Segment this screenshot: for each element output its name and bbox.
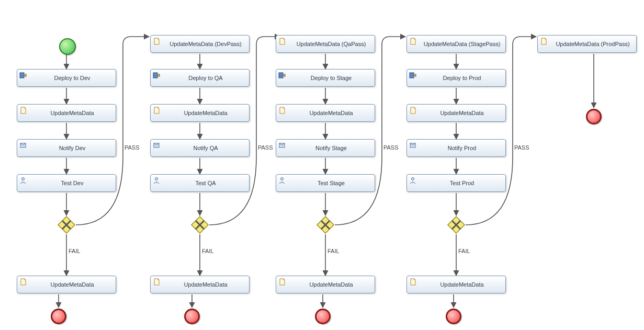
notify-icon <box>19 142 27 149</box>
edge-label-fail: FAIL <box>458 248 470 254</box>
svg-point-2 <box>22 178 25 180</box>
task-label: UpdateMetaData <box>309 281 353 288</box>
edge-label-pass: PASS <box>125 144 140 151</box>
task-notify-stage[interactable]: Notify Stage <box>276 139 375 157</box>
gateway-prod[interactable] <box>447 215 466 234</box>
gateway-qa[interactable] <box>190 215 209 234</box>
gateway-stage[interactable] <box>316 215 335 234</box>
deploy-icon <box>409 72 416 79</box>
task-test-qa[interactable]: Test QA <box>150 174 250 192</box>
end-event-stage-fail[interactable] <box>315 309 331 324</box>
task-label: Deploy to QA <box>188 75 222 81</box>
task-label: Notify QA <box>193 145 218 151</box>
task-updatemeta-qa[interactable]: UpdateMetaData <box>150 104 250 122</box>
task-updatemeta-stage-fail[interactable]: UpdateMetaData <box>276 276 375 293</box>
task-label: UpdateMetaData <box>440 281 483 288</box>
task-updatemeta-stagepass[interactable]: UpdateMetaData (StagePass) <box>406 35 506 53</box>
task-deploy-qa[interactable]: Deploy to QA <box>150 69 250 87</box>
script-icon <box>153 278 160 286</box>
task-updatemeta-prod[interactable]: UpdateMetaData <box>406 104 506 122</box>
task-test-prod[interactable]: Test Prod <box>406 174 506 192</box>
user-icon <box>409 177 416 184</box>
task-updatemeta-qa-fail[interactable]: UpdateMetaData <box>150 276 250 293</box>
script-icon <box>278 38 286 45</box>
svg-rect-4 <box>153 73 157 78</box>
deploy-icon <box>278 72 286 79</box>
task-deploy-dev[interactable]: Deploy to Dev <box>17 69 116 87</box>
script-icon <box>153 38 160 45</box>
edge-label-pass: PASS <box>258 144 273 151</box>
task-updatemeta-prod-fail[interactable]: UpdateMetaData <box>406 276 506 293</box>
task-deploy-prod[interactable]: Deploy to Prod <box>406 69 506 87</box>
end-event-prod-fail[interactable] <box>446 309 461 324</box>
task-label: Deploy to Dev <box>54 75 90 81</box>
task-label: UpdateMetaData (QaPass) <box>297 41 366 47</box>
script-icon <box>278 107 286 114</box>
script-icon <box>278 278 286 286</box>
user-icon <box>19 177 27 184</box>
task-label: Notify Prod <box>448 145 476 151</box>
task-label: UpdateMetaData (StagePass) <box>424 41 501 47</box>
deploy-icon <box>19 72 27 79</box>
svg-point-10 <box>281 178 284 180</box>
task-label: UpdateMetaData <box>440 110 483 116</box>
task-notify-prod[interactable]: Notify Prod <box>406 139 506 157</box>
script-icon <box>153 107 160 114</box>
task-updatemeta-prodpass[interactable]: UpdateMetaData (ProdPass) <box>537 35 637 53</box>
end-event-dev-fail[interactable] <box>51 309 66 324</box>
task-label: Deploy to Prod <box>443 75 481 81</box>
edge-label-pass: PASS <box>383 144 399 151</box>
svg-rect-0 <box>20 73 24 78</box>
bpmn-canvas: Deploy to Dev UpdateMetaData Notify Dev … <box>0 0 644 330</box>
notify-icon <box>153 142 160 149</box>
script-icon <box>409 38 416 45</box>
task-label: UpdateMetaData <box>184 110 227 116</box>
task-label: UpdateMetaData (DevPass) <box>170 41 242 47</box>
end-event-qa-fail[interactable] <box>184 309 200 324</box>
start-event[interactable] <box>59 38 76 55</box>
edge-label-fail: FAIL <box>327 248 340 254</box>
task-label: UpdateMetaData (ProdPass) <box>556 41 629 47</box>
script-icon <box>540 38 547 45</box>
task-updatemeta-stage[interactable]: UpdateMetaData <box>276 104 375 122</box>
task-test-stage[interactable]: Test Stage <box>276 174 375 192</box>
task-updatemeta-dev[interactable]: UpdateMetaData <box>17 104 116 122</box>
task-notify-qa[interactable]: Notify QA <box>150 139 250 157</box>
deploy-icon <box>153 72 160 79</box>
task-label: Notify Stage <box>315 145 347 151</box>
task-label: Test Prod <box>450 180 474 186</box>
gateway-dev[interactable] <box>57 215 76 234</box>
user-icon <box>153 177 160 184</box>
task-label: Test QA <box>195 180 216 186</box>
task-notify-dev[interactable]: Notify Dev <box>17 139 116 157</box>
edge-label-fail: FAIL <box>69 248 81 254</box>
notify-icon <box>278 142 286 149</box>
task-updatemeta-devpass[interactable]: UpdateMetaData (DevPass) <box>150 35 250 53</box>
task-deploy-stage[interactable]: Deploy to Stage <box>276 69 375 87</box>
task-label: Test Stage <box>318 180 345 186</box>
edge-label-pass: PASS <box>514 144 529 151</box>
task-test-dev[interactable]: Test Dev <box>17 174 116 192</box>
svg-rect-8 <box>279 73 283 78</box>
task-label: UpdateMetaData <box>309 110 353 116</box>
script-icon <box>19 278 27 286</box>
task-label: UpdateMetaData <box>184 281 227 288</box>
svg-point-6 <box>155 178 158 180</box>
task-updatemeta-dev-fail[interactable]: UpdateMetaData <box>17 276 116 293</box>
end-event-final[interactable] <box>586 109 602 124</box>
task-label: Test Dev <box>61 180 84 186</box>
edge-label-fail: FAIL <box>202 248 214 254</box>
script-icon <box>19 107 27 114</box>
task-label: UpdateMetaData <box>50 281 94 288</box>
task-label: Notify Dev <box>59 145 86 151</box>
svg-rect-12 <box>410 73 414 78</box>
svg-point-14 <box>412 178 414 180</box>
user-icon <box>278 177 286 184</box>
task-updatemeta-qapass[interactable]: UpdateMetaData (QaPass) <box>276 35 375 53</box>
notify-icon <box>409 142 416 149</box>
task-label: Deploy to Stage <box>311 75 352 81</box>
script-icon <box>409 278 416 286</box>
script-icon <box>409 107 416 114</box>
task-label: UpdateMetaData <box>50 110 94 116</box>
